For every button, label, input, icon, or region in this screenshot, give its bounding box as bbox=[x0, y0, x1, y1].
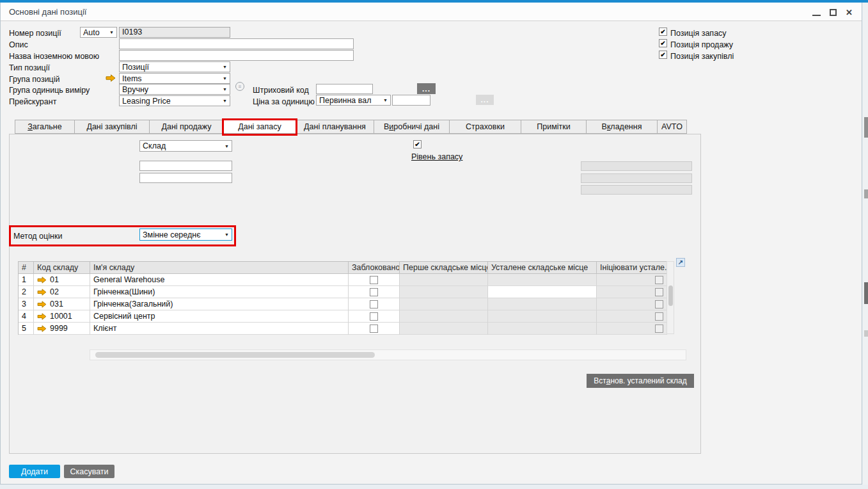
cell-row-number[interactable]: 3 bbox=[19, 298, 34, 310]
link-arrow-icon[interactable] bbox=[37, 325, 47, 332]
barcode-more-button[interactable]: ... bbox=[417, 83, 436, 94]
cell-locked[interactable] bbox=[349, 298, 400, 310]
cell-warehouse-code[interactable]: 01 bbox=[34, 274, 90, 286]
column-header[interactable]: Заблоковано bbox=[349, 262, 400, 274]
tab-insurance[interactable]: Страховки bbox=[449, 120, 521, 134]
item-type-dropdown[interactable]: Позиції ▼ bbox=[119, 61, 230, 72]
price-list-dropdown[interactable]: Leasing Price ▼ bbox=[119, 95, 230, 106]
tab-purchasing[interactable]: Дані закупівлі bbox=[74, 120, 150, 134]
table-row: 202Грінченка(Шини) bbox=[19, 286, 667, 298]
cell-warehouse-name[interactable]: General Warehouse bbox=[90, 274, 349, 286]
item-group-dropdown[interactable]: Items ▼ bbox=[119, 73, 230, 84]
minimize-icon[interactable] bbox=[812, 15, 821, 16]
unit-price-more-button[interactable]: ... bbox=[476, 95, 494, 105]
table-vertical-scrollbar[interactable] bbox=[667, 261, 674, 334]
stock-level-link[interactable]: Рівень запасу bbox=[411, 152, 462, 161]
chevron-down-icon: ▼ bbox=[223, 76, 227, 81]
cell-row-number[interactable]: 5 bbox=[19, 323, 34, 335]
init-default-checkbox[interactable] bbox=[655, 276, 663, 284]
cell-locked[interactable] bbox=[349, 310, 400, 323]
item-flag-checkbox[interactable]: ✔ bbox=[659, 51, 667, 59]
init-default-checkbox[interactable] bbox=[655, 312, 663, 321]
foreign-name-field[interactable] bbox=[119, 50, 354, 61]
manage-by-warehouse-checkbox[interactable]: ✔ bbox=[413, 140, 422, 148]
tab-inventory[interactable]: Дані запасу bbox=[223, 120, 296, 134]
barcode-field[interactable] bbox=[316, 84, 373, 94]
weight-field[interactable] bbox=[139, 173, 232, 183]
locked-checkbox[interactable] bbox=[370, 276, 378, 284]
cell-warehouse-code[interactable]: 9999 bbox=[34, 323, 90, 335]
column-header[interactable]: Код складу bbox=[34, 262, 90, 274]
set-default-warehouse-button[interactable]: Встанов. усталений склад bbox=[587, 374, 694, 388]
cell-default-bin[interactable] bbox=[488, 286, 597, 298]
table-horizontal-scrollbar[interactable] bbox=[90, 349, 686, 360]
valuation-method-label: Метод оцінки bbox=[13, 231, 62, 241]
cell-init-default bbox=[597, 298, 667, 310]
tab-production[interactable]: Виробничі дані bbox=[374, 120, 450, 134]
uom-name-field[interactable] bbox=[139, 161, 232, 171]
init-default-checkbox[interactable] bbox=[655, 325, 663, 333]
init-default-checkbox[interactable] bbox=[655, 288, 663, 296]
close-icon[interactable]: ✕ bbox=[846, 8, 853, 17]
cell-warehouse-name[interactable]: Клієнт bbox=[90, 323, 349, 335]
unit-price-field[interactable] bbox=[392, 95, 430, 106]
cell-row-number[interactable]: 4 bbox=[19, 310, 34, 323]
tab-general[interactable]: Загальне bbox=[15, 120, 75, 134]
tab-remarks[interactable]: Примітки bbox=[521, 120, 587, 134]
tab-sales[interactable]: Дані продажу bbox=[149, 120, 224, 134]
item-type-label: Тип позиції bbox=[9, 63, 50, 73]
uom-group-dropdown[interactable]: Вручну ▼ bbox=[119, 84, 230, 95]
cell-warehouse-name[interactable]: Грінченка(Загальний) bbox=[90, 298, 349, 310]
expand-grid-icon[interactable]: ↗ bbox=[676, 258, 685, 267]
chevron-down-icon: ▼ bbox=[383, 98, 388, 102]
locked-checkbox[interactable] bbox=[370, 325, 378, 333]
tab-attachments[interactable]: Вкладення bbox=[586, 120, 658, 134]
cell-warehouse-name[interactable]: Грінченка(Шини) bbox=[90, 286, 349, 298]
scrollbar-thumb[interactable] bbox=[668, 285, 673, 306]
table-header-row: #Код складуІм'я складуЗаблокованоПерше с… bbox=[19, 262, 667, 274]
column-header[interactable]: Усталене складське місце bbox=[488, 262, 597, 274]
link-arrow-icon[interactable] bbox=[37, 277, 47, 284]
add-button[interactable]: Додати bbox=[9, 465, 60, 478]
cell-warehouse-code[interactable]: 031 bbox=[34, 298, 90, 310]
item-flag-checkbox[interactable]: ✔ bbox=[659, 28, 667, 36]
cell-warehouse-code[interactable]: 10001 bbox=[34, 310, 90, 323]
link-arrow-icon[interactable] bbox=[37, 313, 47, 320]
valuation-method-dropdown[interactable]: Змінне середнє ▼ bbox=[139, 228, 232, 241]
scrollbar-thumb[interactable] bbox=[95, 352, 375, 358]
cell-warehouse-code[interactable]: 02 bbox=[34, 286, 90, 298]
cell-row-number[interactable]: 1 bbox=[19, 274, 34, 286]
cancel-button[interactable]: Скасувати bbox=[64, 465, 114, 478]
locked-checkbox[interactable] bbox=[370, 300, 378, 309]
column-header[interactable]: Ім'я складу bbox=[90, 262, 349, 274]
item-flag-checkbox[interactable]: ✔ bbox=[659, 39, 667, 47]
link-arrow-icon[interactable] bbox=[37, 301, 47, 308]
item-number-field[interactable]: I0193 bbox=[119, 27, 230, 38]
unit-price-label: Ціна за одиницю bbox=[253, 97, 315, 107]
column-header[interactable]: Перше складське місце bbox=[400, 262, 488, 274]
tab-avto[interactable]: AVTO bbox=[657, 120, 687, 134]
link-arrow-icon[interactable] bbox=[37, 289, 47, 296]
unit-price-currency-dropdown[interactable]: Первинна вал ▼ bbox=[316, 95, 391, 106]
init-default-checkbox[interactable] bbox=[655, 300, 663, 309]
cell-warehouse-name[interactable]: Сервісний центр bbox=[90, 310, 349, 323]
cell-row-number[interactable]: 2 bbox=[19, 286, 34, 298]
column-header[interactable]: # bbox=[19, 262, 34, 274]
foreign-name-label: Назва іноземною мовою bbox=[9, 51, 99, 61]
locked-checkbox[interactable] bbox=[370, 312, 378, 321]
inventory-method-dropdown[interactable]: Склад ▼ bbox=[139, 140, 232, 152]
locked-checkbox[interactable] bbox=[370, 288, 378, 296]
link-arrow-icon[interactable] bbox=[106, 74, 116, 82]
column-header[interactable]: Ініціювати устале... bbox=[597, 262, 667, 274]
uom-group-value: Вручну bbox=[122, 85, 148, 94]
maximize-icon[interactable] bbox=[830, 9, 837, 16]
tab-planning[interactable]: Дані планування bbox=[296, 120, 374, 134]
background-scrollbar-fragment bbox=[864, 282, 868, 304]
cell-locked[interactable] bbox=[349, 274, 400, 286]
cell-locked[interactable] bbox=[349, 286, 400, 298]
cell-locked[interactable] bbox=[349, 323, 400, 335]
uom-info-icon[interactable]: ≡ bbox=[235, 82, 244, 91]
description-field[interactable] bbox=[119, 38, 354, 49]
item-number-mode-dropdown[interactable]: Auto ▼ bbox=[80, 27, 117, 38]
tab-bar: ЗагальнеДані закупівліДані продажуДані з… bbox=[15, 120, 687, 134]
